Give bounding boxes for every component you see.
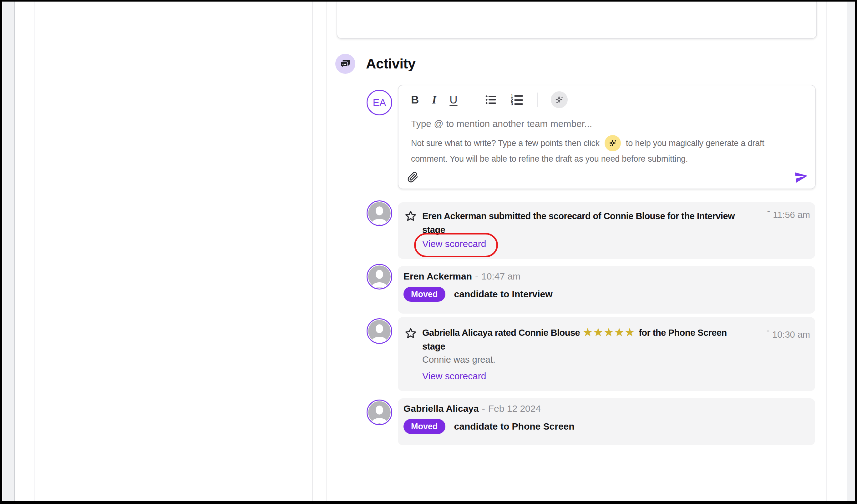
actor-name: Eren Ackerman <box>403 271 472 282</box>
person-silhouette-icon avatar <box>367 400 392 425</box>
panel-divider <box>826 2 827 501</box>
rich-text-toolbar: B I U 1 2 3 <box>411 90 568 110</box>
move-action-row: Moved candidate to Phone Screen <box>403 419 575 434</box>
move-action-row: Moved candidate to Interview <box>403 287 553 302</box>
left-scrollbar-gutter <box>2 2 15 501</box>
timestamp-dash: - <box>767 206 770 216</box>
right-scrollbar-gutter <box>847 2 855 501</box>
bold-button[interactable]: B <box>411 93 419 106</box>
sparkles-icon <box>605 135 621 151</box>
activity-title-line1: Eren Ackerman submitted the scorecard of… <box>422 209 735 223</box>
moved-badge: Moved <box>403 287 446 302</box>
rating-stars: ★★★★★ <box>583 327 636 337</box>
svg-text:3: 3 <box>510 102 513 106</box>
details-card-partial <box>337 2 817 39</box>
activity-item-scorecard-submitted: Eren Ackerman submitted the scorecard of… <box>398 202 815 259</box>
move-action-text: candidate to Phone Screen <box>454 421 575 432</box>
toolbar-divider <box>537 92 538 107</box>
activity-title: Eren Ackerman submitted the scorecard of… <box>422 209 735 237</box>
person-silhouette-icon avatar <box>367 201 392 226</box>
page-title: Activity <box>366 56 416 72</box>
moved-badge: Moved <box>403 419 446 434</box>
actor-name: Gabriella Alicaya <box>403 403 479 414</box>
activity-item-stage-move: Eren Ackerman - 10:47 am Moved candidate… <box>398 266 815 314</box>
activity-title-before-stars: Gabriella Alicaya rated Connie Blouse <box>422 326 580 340</box>
timestamp-time: 10:30 am <box>772 330 810 340</box>
timestamp-dash: - <box>766 326 769 335</box>
timestamp-time: 10:47 am <box>481 271 520 282</box>
numbered-list-icon[interactable]: 1 2 3 <box>510 93 524 107</box>
person-silhouette-icon avatar <box>367 318 392 344</box>
timestamp-time: Feb 12 2024 <box>488 403 541 414</box>
panel-divider <box>312 2 313 501</box>
timestamp-time: 11:56 am <box>773 210 810 220</box>
view-scorecard-link[interactable]: View scorecard <box>422 371 486 381</box>
separator-dash: - <box>475 271 478 282</box>
move-action-text: candidate to Interview <box>454 289 553 299</box>
view-scorecard-link[interactable]: View scorecard <box>422 239 486 249</box>
helper-text-before: Not sure what to write? Type a few point… <box>411 139 600 148</box>
timestamp: -11:56 am <box>767 210 810 220</box>
actor-and-time: Eren Ackerman - 10:47 am <box>403 271 520 282</box>
panel-divider <box>326 2 326 501</box>
activity-title: Gabriella Alicaya rated Connie Blouse ★★… <box>422 326 727 353</box>
separator-dash: - <box>482 403 485 414</box>
person-silhouette-icon avatar <box>367 264 392 290</box>
activity-title-after-stars: for the Phone Screen <box>639 326 727 340</box>
paperclip-icon[interactable] <box>407 172 419 184</box>
star-outline-icon <box>404 327 417 342</box>
underline-button[interactable]: U <box>450 93 457 106</box>
helper-text-after: to help you magically generate a draft <box>626 139 764 148</box>
toolbar-divider <box>471 92 471 107</box>
star-outline-icon <box>404 210 417 224</box>
italic-button[interactable]: I <box>432 93 436 106</box>
timestamp: -10:30 am <box>766 330 810 340</box>
comment-editor[interactable]: Type @ to mention another team member...… <box>411 119 804 169</box>
activity-title-line2: stage <box>422 223 735 237</box>
ai-helper-text: Not sure what to write? Type a few point… <box>411 134 804 164</box>
ai-generate-button[interactable] <box>551 91 568 108</box>
app-window: Activity EA B I U 1 2 3 <box>0 0 857 504</box>
panel-divider <box>34 2 35 501</box>
actor-and-time: Gabriella Alicaya - Feb 12 2024 <box>403 403 541 414</box>
activity-item-rating: Gabriella Alicaya rated Connie Blouse ★★… <box>398 317 815 391</box>
activity-title-line2: stage <box>422 340 727 353</box>
current-user-avatar: EA <box>367 90 392 115</box>
rating-comment: Connie was great. <box>422 354 495 365</box>
bullet-list-icon[interactable] <box>485 93 497 106</box>
activity-item-stage-move: Gabriella Alicaya - Feb 12 2024 Moved ca… <box>398 398 815 445</box>
chat-bubbles-icon <box>335 54 355 74</box>
helper-text-line2: comment. You will be able to refine the … <box>411 154 804 164</box>
send-button paper-plane-icon[interactable] <box>794 170 808 185</box>
comment-composer: B I U 1 2 3 <box>398 85 816 189</box>
editor-placeholder: Type @ to mention another team member... <box>411 119 804 129</box>
